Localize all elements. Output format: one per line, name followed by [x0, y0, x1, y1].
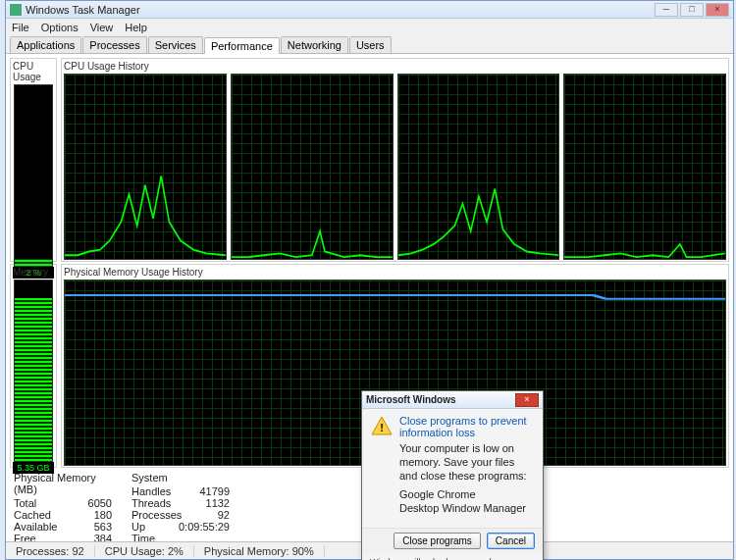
cpu-graph-4: [563, 74, 726, 260]
dialog-body-text: Your computer is low on memory. Save you…: [399, 442, 535, 483]
menu-options[interactable]: Options: [41, 22, 79, 33]
svg-text:!: !: [380, 422, 384, 433]
close-button[interactable]: ×: [706, 3, 729, 17]
system-stats: System Handles41799 Threads1132 Processe…: [131, 472, 230, 541]
cancel-button[interactable]: Cancel: [487, 533, 535, 549]
status-memory: Physical Memory: 90%: [194, 545, 325, 557]
window-title: Windows Task Manager: [26, 4, 655, 16]
dialog-footnote: Windows will only close enough programs …: [362, 553, 543, 560]
cpu-graph-1: [64, 74, 227, 260]
tab-users[interactable]: Users: [349, 36, 392, 53]
status-cpu: CPU Usage: 2%: [95, 545, 194, 557]
status-processes: Processes: 92: [6, 545, 95, 557]
tab-networking[interactable]: Networking: [281, 36, 348, 53]
cpu-graph-3: [397, 74, 560, 260]
cpu-usage-meter: CPU Usage 2 %: [10, 58, 57, 262]
titlebar[interactable]: Windows Task Manager ─ □ ×: [6, 1, 733, 19]
warning-icon: !: [370, 415, 394, 438]
cpu-history-box: CPU Usage History: [61, 58, 729, 262]
phys-mem-stats: Physical Memory (MB) Total6050 Cached180…: [14, 472, 112, 541]
dialog-title: Microsoft Windows: [366, 394, 515, 405]
tab-processes[interactable]: Processes: [82, 36, 146, 53]
tab-performance[interactable]: Performance: [204, 37, 280, 54]
maximize-button[interactable]: □: [680, 3, 704, 17]
tab-bar: Applications Processes Services Performa…: [6, 36, 733, 54]
memory-meter: Memory 5.35 GB: [10, 264, 57, 468]
menu-view[interactable]: View: [90, 22, 114, 33]
menubar: File Options View Help: [6, 19, 733, 36]
close-programs-button[interactable]: Close programs: [394, 533, 481, 549]
memory-meter-fill: [15, 298, 52, 461]
cpu-graph-2: [231, 74, 394, 260]
dialog-close-button[interactable]: ×: [515, 393, 539, 407]
dialog-titlebar[interactable]: Microsoft Windows ×: [362, 391, 543, 409]
dialog-heading: Close programs to prevent information lo…: [399, 415, 535, 438]
minimize-button[interactable]: ─: [655, 3, 678, 17]
tab-services[interactable]: Services: [148, 36, 203, 53]
app-icon: [10, 4, 22, 16]
tab-applications[interactable]: Applications: [10, 36, 81, 53]
cpu-meter-fill: [15, 259, 52, 266]
menu-file[interactable]: File: [12, 22, 29, 33]
menu-help[interactable]: Help: [125, 22, 147, 33]
low-memory-dialog: Microsoft Windows × ! Close programs to …: [361, 390, 544, 560]
